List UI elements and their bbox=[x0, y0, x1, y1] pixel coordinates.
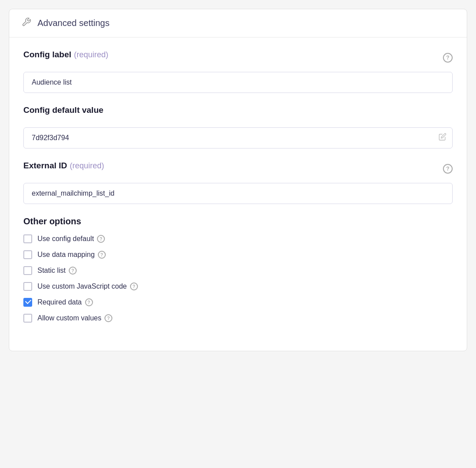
config-label-section: Config label (required) ? bbox=[23, 50, 453, 93]
config-default-header: Config default value bbox=[23, 105, 453, 121]
checkbox-static-list: Static list ? bbox=[23, 266, 453, 275]
config-label-input[interactable] bbox=[23, 72, 453, 93]
required-data-checkbox[interactable] bbox=[23, 298, 32, 307]
config-default-input-wrapper bbox=[23, 127, 453, 149]
panel-body: Config label (required) ? Config default… bbox=[9, 37, 467, 351]
config-default-title: Config default value bbox=[23, 105, 104, 115]
static-list-label: Static list ? bbox=[37, 267, 77, 275]
external-id-header: External ID (required) ? bbox=[23, 161, 453, 177]
other-options-title: Other options bbox=[23, 216, 453, 227]
use-custom-js-checkbox[interactable] bbox=[23, 282, 32, 291]
required-data-help-icon[interactable]: ? bbox=[85, 298, 93, 306]
wrench-icon bbox=[22, 17, 31, 29]
use-config-default-help-icon[interactable]: ? bbox=[97, 235, 105, 243]
static-list-help-icon[interactable]: ? bbox=[69, 267, 77, 275]
checkbox-use-custom-js: Use custom JavaScript code ? bbox=[23, 282, 453, 291]
external-id-help-icon[interactable]: ? bbox=[443, 164, 453, 174]
static-list-checkbox[interactable] bbox=[23, 266, 32, 275]
config-label-input-wrapper bbox=[23, 72, 453, 93]
external-id-section: External ID (required) ? bbox=[23, 161, 453, 204]
config-default-section: Config default value bbox=[23, 105, 453, 149]
use-data-mapping-label: Use data mapping ? bbox=[37, 251, 106, 259]
use-custom-js-help-icon[interactable]: ? bbox=[130, 282, 138, 290]
checkbox-list: Use config default ? Use data mapping ? … bbox=[23, 234, 453, 323]
checkbox-use-data-mapping: Use data mapping ? bbox=[23, 250, 453, 259]
allow-custom-values-label: Allow custom values ? bbox=[37, 314, 112, 322]
config-default-input[interactable] bbox=[23, 127, 453, 149]
external-id-title: External ID (required) bbox=[23, 161, 104, 171]
edit-icon[interactable] bbox=[439, 133, 446, 143]
use-custom-js-label: Use custom JavaScript code ? bbox=[37, 282, 138, 290]
allow-custom-values-checkbox[interactable] bbox=[23, 314, 32, 323]
config-label-header: Config label (required) ? bbox=[23, 50, 453, 66]
advanced-settings-panel: Advanced settings Config label (required… bbox=[9, 9, 467, 351]
required-data-label: Required data ? bbox=[37, 298, 93, 306]
config-label-title: Config label (required) bbox=[23, 50, 108, 59]
checkbox-allow-custom-values: Allow custom values ? bbox=[23, 314, 453, 323]
use-data-mapping-checkbox[interactable] bbox=[23, 250, 32, 259]
config-label-help-icon[interactable]: ? bbox=[443, 53, 453, 63]
other-options-section: Other options Use config default ? Use d… bbox=[23, 216, 453, 323]
use-config-default-label: Use config default ? bbox=[37, 235, 105, 243]
use-config-default-checkbox[interactable] bbox=[23, 234, 32, 243]
allow-custom-values-help-icon[interactable]: ? bbox=[104, 314, 112, 322]
panel-header: Advanced settings bbox=[9, 9, 467, 37]
checkbox-use-config-default: Use config default ? bbox=[23, 234, 453, 243]
panel-title: Advanced settings bbox=[37, 18, 109, 28]
use-data-mapping-help-icon[interactable]: ? bbox=[98, 251, 106, 259]
external-id-input-wrapper bbox=[23, 183, 453, 204]
external-id-input[interactable] bbox=[23, 183, 453, 204]
checkbox-required-data: Required data ? bbox=[23, 298, 453, 307]
